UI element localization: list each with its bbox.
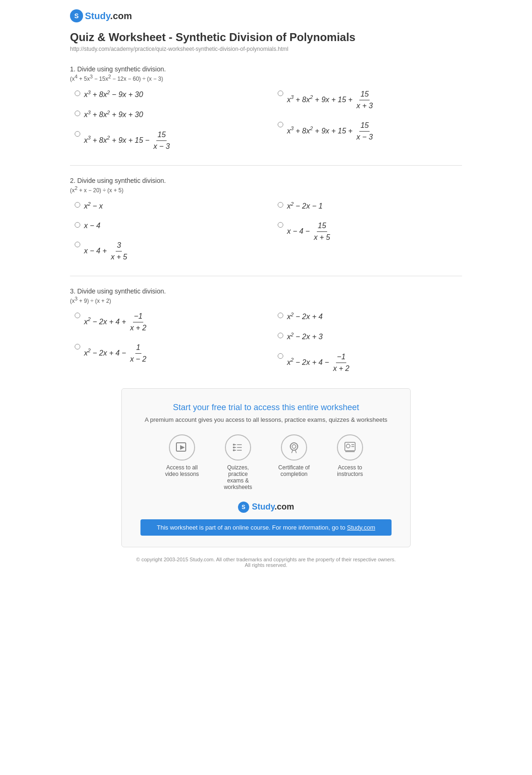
- cta-icon-quizzes: Quizzes, practiceexams & worksheets: [219, 434, 257, 490]
- logo-icon: S: [70, 9, 83, 22]
- cta-video-label: Access to allvideo lessons: [165, 464, 199, 477]
- cta-logo: S Study.com: [140, 502, 392, 513]
- cta-instructors-label: Access toinstructors: [337, 464, 363, 477]
- q3-radio-d[interactable]: [278, 353, 283, 359]
- q2-radio-a[interactable]: [75, 202, 80, 208]
- q1-radio-a[interactable]: [75, 91, 80, 96]
- q1-answer-d[interactable]: x3 + 8x2 + 9x + 15 + 15 x − 3: [278, 120, 462, 143]
- question-2-answers: x2 − x x − 4 x − 4 + 3 x + 5: [75, 200, 462, 263]
- svg-point-3: [233, 444, 235, 446]
- q1-radio-c[interactable]: [278, 91, 283, 96]
- logo-text: Study.com: [85, 11, 132, 21]
- svg-line-14: [295, 450, 296, 453]
- cta-cert-label: Certificate ofcompletion: [278, 464, 309, 477]
- question-2-label: 2. Divide using synthetic division.: [70, 177, 462, 184]
- q2-answer-c[interactable]: x2 − 2x − 1: [278, 200, 462, 212]
- cta-logo-text: Study.com: [252, 502, 294, 512]
- q1-answer-b[interactable]: x3 + 8x2 + 9x + 30: [75, 109, 259, 120]
- cta-box: Start your free trial to access this ent…: [121, 388, 411, 547]
- cta-icon-video: Access to allvideo lessons: [163, 434, 201, 490]
- divider-2: [70, 276, 462, 276]
- svg-point-9: [233, 449, 235, 451]
- divider-1: [70, 165, 462, 166]
- question-3-answers: x2 − 2x + 4 + −1 x + 2 x2 − 2x + 4 − 1 x…: [75, 311, 462, 374]
- footer: © copyright 2003-2015 Study.com. All oth…: [70, 557, 462, 577]
- svg-point-12: [292, 445, 296, 448]
- q2-answer-e[interactable]: x − 4 + 3 x + 5: [75, 240, 259, 263]
- q3-answer-c[interactable]: x2 − 2x + 4 − 1 x − 2: [75, 342, 259, 365]
- cta-logo-icon: S: [238, 502, 249, 513]
- cta-banner: This worksheet is part of an online cour…: [140, 519, 392, 536]
- footer-line1: © copyright 2003-2015 Study.com. All oth…: [70, 557, 462, 562]
- question-1-answers: x3 + 8x2 − 9x + 30 x3 + 8x2 + 9x + 30 x3…: [75, 89, 462, 152]
- q3-answer-d[interactable]: x2 − 2x + 4 − −1 x + 2: [278, 351, 462, 374]
- cta-icon-instructors: Access toinstructors: [331, 434, 369, 490]
- question-3-label: 3. Divide using synthetic division.: [70, 287, 462, 295]
- footer-line2: All rights reserved.: [70, 562, 462, 568]
- q1-radio-d[interactable]: [278, 122, 283, 127]
- q2-radio-d[interactable]: [278, 222, 283, 228]
- q1-col-right: x3 + 8x2 + 9x + 15 + 15 x + 3 x3 + 8x2 +…: [278, 89, 462, 152]
- q3-answer-a[interactable]: x2 − 2x + 4 + −1 x + 2: [75, 311, 259, 334]
- question-1-label: 1. Divide using synthetic division.: [70, 65, 462, 73]
- q3-col-right: x2 − 2x + 4 x2 − 2x + 3 x2 − 2x + 4 − −1…: [278, 311, 462, 374]
- q2-radio-c[interactable]: [278, 202, 283, 208]
- q1-radio-b[interactable]: [75, 111, 80, 116]
- page-title: Quiz & Worksheet - Synthetic Division of…: [70, 31, 462, 44]
- q1-answer-a[interactable]: x3 + 8x2 − 9x + 30: [75, 89, 259, 100]
- q2-answer-d[interactable]: x − 4 − 15 x + 5: [278, 220, 462, 243]
- q2-answer-b[interactable]: x − 4: [75, 220, 259, 231]
- q1-col-left: x3 + 8x2 − 9x + 30 x3 + 8x2 + 9x + 30 x3…: [75, 89, 259, 152]
- svg-point-6: [233, 447, 235, 448]
- q3-answer-bb[interactable]: x2 − 2x + 3: [278, 331, 462, 342]
- cta-subtitle: A premium account gives you access to al…: [140, 416, 392, 423]
- cta-cert-icon: [281, 434, 307, 461]
- question-1: 1. Divide using synthetic division. (x4 …: [70, 65, 462, 152]
- svg-line-13: [292, 450, 293, 453]
- q3-col-left: x2 − 2x + 4 + −1 x + 2 x2 − 2x + 4 − 1 x…: [75, 311, 259, 374]
- q1-radio-e[interactable]: [75, 131, 80, 137]
- cta-instructors-icon: [337, 434, 363, 461]
- q3-answer-b[interactable]: x2 − 2x + 4: [278, 311, 462, 322]
- q2-col-left: x2 − x x − 4 x − 4 + 3 x + 5: [75, 200, 259, 263]
- cta-icons-row: Access to allvideo lessons: [140, 434, 392, 490]
- cta-video-icon: [169, 434, 195, 461]
- q3-radio-b[interactable]: [278, 313, 283, 318]
- question-2: 2. Divide using synthetic division. (x2 …: [70, 177, 462, 263]
- svg-marker-1: [180, 445, 185, 450]
- cta-quizzes-label: Quizzes, practiceexams & worksheets: [219, 464, 257, 490]
- question-3: 3. Divide using synthetic division. (x3 …: [70, 287, 462, 374]
- q2-radio-b[interactable]: [75, 222, 80, 228]
- page-url: http://study.com/academy/practice/quiz-w…: [70, 46, 462, 52]
- cta-title: Start your free trial to access this ent…: [140, 403, 392, 412]
- question-2-sub: (x2 + x − 20) ÷ (x + 5): [70, 185, 462, 194]
- q3-radio-a[interactable]: [75, 313, 80, 318]
- q1-answer-e[interactable]: x3 + 8x2 + 9x + 15 − 15 x − 3: [75, 129, 259, 152]
- q2-radio-e[interactable]: [75, 242, 80, 247]
- svg-point-11: [290, 443, 298, 450]
- svg-point-16: [346, 444, 350, 448]
- question-1-sub: (x4 + 5x3 − 15x2 − 12x − 60) ÷ (x − 3): [70, 74, 462, 82]
- cta-banner-link[interactable]: Study.com: [347, 524, 375, 531]
- logo: S Study.com: [70, 9, 462, 22]
- q3-radio-c[interactable]: [75, 344, 80, 349]
- q2-answer-a[interactable]: x2 − x: [75, 200, 259, 212]
- cta-quizzes-icon: [225, 434, 251, 461]
- cta-banner-text: This worksheet is part of an online cour…: [157, 524, 375, 531]
- q1-answer-c[interactable]: x3 + 8x2 + 9x + 15 + 15 x + 3: [278, 89, 462, 112]
- cta-icon-cert: Certificate ofcompletion: [275, 434, 313, 490]
- q2-col-right: x2 − 2x − 1 x − 4 − 15 x + 5: [278, 200, 462, 263]
- question-3-sub: (x3 + 9) ÷ (x + 2): [70, 296, 462, 304]
- q3-radio-bb[interactable]: [278, 333, 283, 338]
